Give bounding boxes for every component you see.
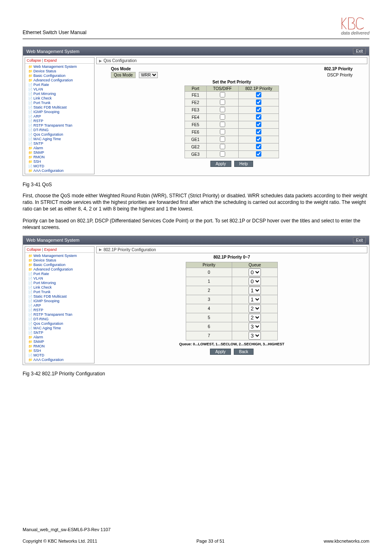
tree-item[interactable]: ARP	[28, 114, 94, 119]
window-title: Web Management System	[26, 238, 79, 243]
tree-item[interactable]: MOTD	[28, 353, 94, 358]
footer-url: www.kbcnetworks.com	[324, 539, 369, 543]
tree-item[interactable]: Web Management System	[28, 65, 94, 69]
tree-item[interactable]: Port Mirroring	[28, 92, 94, 96]
tree-item[interactable]: Qos Configuration	[28, 321, 94, 326]
tree-item[interactable]: RMON	[28, 344, 94, 349]
tree-item[interactable]: DT-RING	[28, 317, 94, 321]
tree-item[interactable]: SNTP	[28, 331, 94, 335]
tree-item[interactable]: MAC Aging Time	[28, 326, 94, 331]
table-row: 21	[186, 286, 277, 295]
tree-item[interactable]: Web Management System	[28, 254, 94, 258]
tree-item[interactable]: SNTP	[28, 141, 94, 146]
tree-item[interactable]: SSH	[28, 160, 94, 164]
8021p-checkbox[interactable]	[256, 151, 261, 157]
queue-select[interactable]: 1	[249, 296, 261, 303]
tree-item[interactable]: DT-RING	[28, 128, 94, 132]
tree-item[interactable]: Device Status	[28, 258, 94, 263]
tree-item[interactable]: Static FDB Multicast	[28, 294, 94, 299]
help-button[interactable]: Help	[234, 161, 254, 167]
queue-select[interactable]: 2	[249, 314, 261, 321]
tree-item[interactable]: Advanced Configuration	[28, 267, 94, 272]
tosdiff-checkbox[interactable]	[220, 136, 225, 142]
table-row: 42	[186, 304, 277, 313]
tree-item[interactable]: AAA Configuration	[28, 169, 94, 173]
tree-item[interactable]: VLAN	[28, 87, 94, 92]
tree-item[interactable]: Device Status	[28, 69, 94, 74]
tree-item[interactable]: Device Management	[28, 362, 94, 363]
tosdiff-checkbox[interactable]	[220, 122, 225, 127]
tree-item[interactable]: RSTP	[28, 308, 94, 312]
tree-item[interactable]: SNMP	[28, 340, 94, 344]
tree-item[interactable]: RSTP Transparent Tran	[28, 312, 94, 317]
queue-select[interactable]: 0	[249, 268, 261, 276]
tree-item[interactable]: VLAN	[28, 276, 94, 281]
tosdiff-checkbox[interactable]	[220, 151, 225, 157]
tree-item[interactable]: Port Trunk	[28, 290, 94, 294]
tree-item[interactable]: RSTP Transparent Tran	[28, 123, 94, 128]
nav-tree[interactable]: Collapse | Expand Web Management SystemD…	[25, 57, 95, 174]
queue-select[interactable]: 1	[249, 287, 261, 294]
tree-item[interactable]: Port Rate	[28, 83, 94, 87]
table-row: GE3	[184, 151, 279, 158]
tree-item[interactable]: RSTP	[28, 119, 94, 123]
exit-button[interactable]: Exit	[353, 237, 366, 243]
tosdiff-checkbox[interactable]	[220, 107, 225, 112]
8021p-checkbox[interactable]	[256, 136, 261, 142]
tree-item[interactable]: MOTD	[28, 164, 94, 169]
8021p-checkbox[interactable]	[256, 114, 261, 120]
tosdiff-checkbox[interactable]	[220, 99, 225, 105]
queue-select[interactable]: 3	[249, 332, 261, 340]
8021p-checkbox[interactable]	[256, 99, 261, 105]
tree-item[interactable]: MAC Aging Time	[28, 137, 94, 141]
logo-subtext: data delivered	[341, 30, 369, 35]
tree-item[interactable]: Basic Configuration	[28, 74, 94, 78]
table-row: FE3	[184, 106, 279, 114]
tosdiff-checkbox[interactable]	[220, 92, 225, 97]
tree-item[interactable]: RMON	[28, 155, 94, 160]
tree-item[interactable]: Link Check	[28, 96, 94, 101]
queue-select[interactable]: 3	[249, 323, 261, 331]
table-row: FE4	[184, 114, 279, 121]
footer-copyright: Copyright © KBC Networks Ltd. 2011	[23, 539, 97, 543]
qos-mode-select[interactable]: WRR	[139, 72, 158, 78]
manual-title: Ethernet Switch User Manual	[23, 30, 86, 35]
8021p-checkbox[interactable]	[256, 107, 261, 112]
tosdiff-checkbox[interactable]	[220, 144, 225, 149]
nav-tree[interactable]: Collapse | Expand Web Management SystemD…	[25, 246, 95, 363]
tree-item[interactable]: Link Check	[28, 285, 94, 290]
table-row: 31	[186, 295, 277, 304]
queue-legend: Queue: 0...LOWEST, 1...SECLOW, 2...SECHI…	[111, 342, 353, 346]
tree-item[interactable]: IGMP Snooping	[28, 299, 94, 303]
apply-button[interactable]: Apply	[210, 161, 231, 167]
8021p-checkbox[interactable]	[256, 92, 261, 97]
divider	[23, 39, 369, 39]
exit-button[interactable]: Exit	[353, 48, 366, 54]
back-button[interactable]: Back	[234, 349, 254, 355]
tosdiff-checkbox[interactable]	[220, 129, 225, 134]
tree-item[interactable]: Qos Configuration	[28, 132, 94, 137]
tree-item[interactable]: Device Management	[28, 173, 94, 174]
queue-select[interactable]: 0	[249, 278, 261, 285]
8021p-checkbox[interactable]	[256, 122, 261, 127]
tree-item[interactable]: Port Rate	[28, 272, 94, 276]
tree-item[interactable]: Static FDB Multicast	[28, 105, 94, 110]
tree-item[interactable]: Port Mirroring	[28, 281, 94, 285]
tosdiff-checkbox[interactable]	[220, 114, 225, 120]
tree-item[interactable]: Advanced Configuration	[28, 78, 94, 83]
tree-item[interactable]: Alarm	[28, 146, 94, 150]
tree-item[interactable]: AAA Configuration	[28, 358, 94, 362]
8021p-checkbox[interactable]	[256, 129, 261, 134]
tree-item[interactable]: SNMP	[28, 150, 94, 155]
tree-item[interactable]: IGMP Snooping	[28, 110, 94, 114]
priority-queue-table: PriorityQueue 0010213142526373	[186, 262, 278, 340]
8021p-checkbox[interactable]	[256, 144, 261, 149]
tree-item[interactable]: Alarm	[28, 335, 94, 340]
tree-item[interactable]: ARP	[28, 303, 94, 308]
tree-item[interactable]: Basic Configuration	[28, 263, 94, 267]
table-row: GE2	[184, 143, 279, 151]
tree-item[interactable]: SSH	[28, 349, 94, 353]
apply-button[interactable]: Apply	[210, 349, 231, 355]
tree-item[interactable]: Port Trunk	[28, 101, 94, 105]
queue-select[interactable]: 2	[249, 305, 261, 312]
